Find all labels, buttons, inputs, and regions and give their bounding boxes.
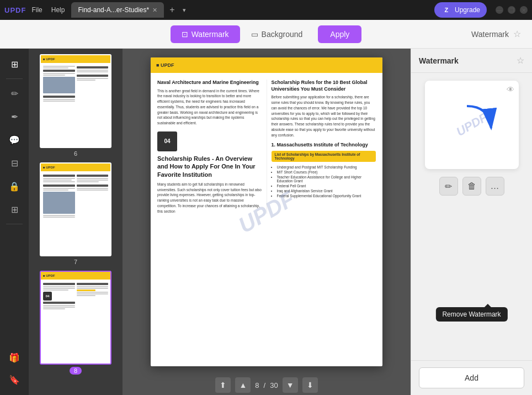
background-tab[interactable]: ▭ Background [240,25,314,43]
bullet-item-5: Federal Supplemental Educational Opportu… [277,194,376,198]
first-page-button[interactable]: ⬆ [215,377,231,393]
right-panel-title: Watermark [419,56,459,65]
edit-watermark-button[interactable]: ✏ [439,177,458,196]
sidebar-bookmark-icon[interactable]: 🔖 [3,368,25,391]
thumbnail-6-image: ■ UPDF [40,54,111,148]
maximize-button[interactable]: ❐ [508,6,515,14]
window-controls: — ❐ ✕ [496,6,528,14]
page-current: 8 [255,381,259,389]
thumbnails-panel[interactable]: ■ UPDF [29,49,123,395]
right-panel-star-icon[interactable]: ☆ [517,55,524,66]
watermark-tab[interactable]: ⊡ Watermark [171,25,240,43]
page-updf-logo: ■ UPDF [156,62,174,68]
sidebar-comment-icon[interactable]: 💬 [3,129,25,151]
remove-watermark-tooltip: Remove Watermark [435,307,507,322]
toolbar-right: Watermark ☆ [471,29,521,39]
sidebar-divider-2 [6,224,23,224]
bullet-item-0: Undergrad and Postgrad MIT Scholarship F… [277,165,376,169]
tab-dropdown-icon[interactable]: ▾ [183,7,186,14]
page-total: 30 [270,381,278,389]
watermark-label: Watermark [191,30,229,39]
toolbar-group: ⊡ Watermark ▭ Background Apply [171,25,362,43]
sidebar-pages-icon[interactable]: ⊞ [3,53,25,75]
bullet-item-1: MIT Short Courses (Free) [277,170,376,174]
sidebar-bottom: 🎁 🔖 [3,346,25,391]
user-avatar: Z [441,4,452,15]
background-icon: ▭ [251,30,258,39]
page-left-col: Naval Architecture and Marine Engineerin… [157,80,267,214]
page-right-col: Scholarship Rules for the 10 Best Global… [267,80,376,214]
watermark-eye-icon[interactable]: 👁 [507,85,514,94]
last-page-button[interactable]: ⬇ [302,377,318,393]
section-body: Many students aim to get full scholarshi… [157,182,262,214]
left-body: This is another great field in demand in… [157,88,262,126]
right-panel: Watermark ☆ 👁 UPDF ✏ [411,49,532,395]
page-separator: / [264,381,266,389]
more-watermark-button[interactable]: … [486,177,504,196]
thumbnail-6-label: 6 [74,150,77,157]
watermark-icon: ⊡ [182,30,188,39]
sidebar-organize-icon[interactable]: ⊞ [3,198,25,220]
watermark-preview-card: 👁 UPDF [425,81,519,169]
right-panel-body: 👁 UPDF ✏ 🗑 … Remove Wate [411,73,532,360]
left-heading: Naval Architecture and Marine Engineerin… [157,80,262,86]
big-heading: Scholarship Rules - An Overview and How … [157,155,262,178]
doc-page: ■ UPDF Naval Architecture and Marine Eng… [151,57,382,366]
thumbnail-8-image: ■ UPDF 04 [40,271,111,365]
doc-viewer: ■ UPDF Naval Architecture and Marine Eng… [123,49,411,395]
mit-heading: 1. Massachusetts Institute of Technology [272,142,376,149]
mit-bullet-list: Undergrad and Postgrad MIT Scholarship F… [272,165,376,198]
tab-main[interactable]: Find-and-A...er-Studies* ✕ [71,2,164,18]
section-number: 04 [157,131,177,151]
toolbar-right-label: Watermark [471,30,509,39]
title-bar-left: UPDF File Help [4,6,65,14]
menu-items: File Help [31,6,65,14]
upgrade-button[interactable]: Z Upgrade [434,2,487,18]
main-content: ⊞ ✏ ✒ 💬 ⊟ 🔒 ⊞ 🎁 🔖 ■ UPDF [0,49,532,395]
page-content: Naval Architecture and Marine Engineerin… [151,73,382,220]
sidebar-divider-1 [6,78,23,79]
tab-close-icon[interactable]: ✕ [152,7,157,14]
page-navigation: ⬆ ▲ 8 / 30 ▼ ⬇ [123,375,411,395]
minimize-button[interactable]: — [496,6,503,14]
sidebar-edit-icon[interactable]: ✏ [3,82,25,104]
right-intro: Before submitting your application for a… [272,94,376,138]
thumbnail-7-label: 7 [74,259,77,265]
app-logo: UPDF [4,6,26,14]
tabs-area: Find-and-A...er-Studies* ✕ + ▾ [71,2,434,18]
bullet-item-4: Iraq and Afghanistan Service Grant [277,189,376,193]
star-icon[interactable]: ☆ [513,29,521,39]
watermark-arrow-icon [458,97,502,141]
sidebar-annotation-icon[interactable]: ✒ [3,106,25,128]
close-button[interactable]: ✕ [520,6,528,14]
bullet-item-3: Federal Pell Grant [277,184,376,188]
next-page-button[interactable]: ▼ [283,377,298,393]
tab-label: Find-and-A...er-Studies* [78,6,149,14]
thumbnail-7[interactable]: ■ UPDF [40,162,111,265]
right-panel-footer: Add [411,360,532,395]
background-label: Background [262,30,303,39]
sidebar-protect-icon[interactable]: 🔒 [3,175,25,197]
thumbnail-7-image: ■ UPDF [40,162,111,256]
delete-watermark-button[interactable]: 🗑 [462,177,481,196]
apply-button[interactable]: Apply [318,25,361,43]
left-sidebar: ⊞ ✏ ✒ 💬 ⊟ 🔒 ⊞ 🎁 🔖 [0,49,29,395]
menu-help[interactable]: Help [51,6,65,14]
prev-page-button[interactable]: ▲ [235,377,251,393]
bullet-item-2: Teacher Education Assistance for College… [277,175,376,183]
thumbnail-8[interactable]: ■ UPDF 04 [40,271,111,375]
tab-add-button[interactable]: + [166,5,178,15]
thumbnail-8-label: 8 [70,367,82,375]
title-bar-right: Z Upgrade — ❐ ✕ [434,2,528,18]
thumbnail-6[interactable]: ■ UPDF [40,54,111,157]
title-bar: UPDF File Help Find-and-A...er-Studies* … [0,0,532,20]
upgrade-label: Upgrade [455,6,480,14]
right-heading: Scholarship Rules for the 10 Best Global… [272,80,376,92]
watermark-action-buttons: ✏ 🗑 … [419,177,524,196]
sidebar-gift-icon[interactable]: 🎁 [3,346,25,368]
page-header: ■ UPDF [151,57,382,73]
add-button[interactable]: Add [419,367,524,388]
menu-file[interactable]: File [31,6,42,14]
mit-badge: List of Scholarships by Massachusetts In… [272,151,376,162]
sidebar-forms-icon[interactable]: ⊟ [3,152,25,174]
